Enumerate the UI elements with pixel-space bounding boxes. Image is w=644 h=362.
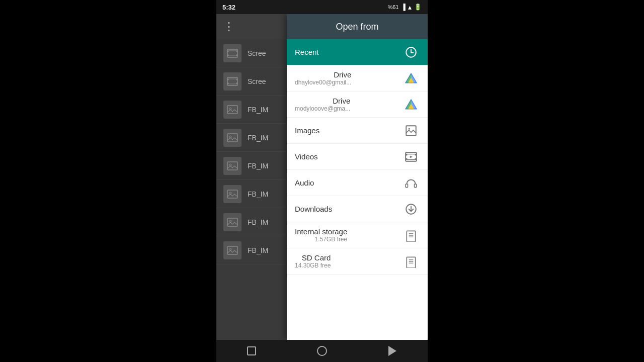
image-icon bbox=[223, 241, 242, 259]
menu-item-downloads[interactable]: Downloads bbox=[287, 196, 428, 222]
file-name: FB_IM bbox=[248, 246, 268, 254]
svg-rect-18 bbox=[227, 162, 237, 170]
svg-rect-0 bbox=[227, 49, 237, 57]
film-icon bbox=[223, 44, 242, 62]
svg-rect-55 bbox=[407, 257, 415, 268]
menu-item-drive2[interactable]: Drivemodylooove@gma... bbox=[287, 92, 428, 118]
menu-label: Videos bbox=[295, 152, 318, 161]
headphone-icon bbox=[403, 174, 420, 192]
menu-sublabel: dhaylove00@gmail... bbox=[295, 79, 351, 86]
status-bar: 5:32 %61 ▐ ▴ 🔋 bbox=[216, 0, 428, 14]
svg-rect-48 bbox=[415, 184, 417, 188]
menu-item-drive1[interactable]: Drivedhaylove00@gmail... bbox=[287, 65, 428, 92]
svg-rect-51 bbox=[407, 231, 415, 242]
menu-label: Drive bbox=[295, 97, 350, 105]
menu-item-text: SD Card14.30GB free bbox=[295, 253, 331, 269]
overlay-header: Open from bbox=[287, 14, 428, 39]
svg-rect-47 bbox=[406, 184, 408, 188]
svg-rect-7 bbox=[227, 77, 237, 85]
menu-item-text: Downloads bbox=[295, 205, 332, 213]
home-icon bbox=[317, 346, 327, 356]
svg-rect-14 bbox=[227, 106, 237, 114]
image-icon bbox=[223, 129, 242, 147]
recent-icon bbox=[388, 346, 396, 356]
file-name: Scree bbox=[248, 49, 266, 57]
file-name: FB_IM bbox=[248, 162, 268, 170]
vibrate-icon: 🔋 bbox=[414, 4, 422, 11]
status-time: 5:32 bbox=[222, 4, 235, 11]
overlay-title: Open from bbox=[336, 22, 378, 32]
three-dot-menu[interactable]: ⋮ bbox=[223, 20, 235, 33]
nav-recent-button[interactable] bbox=[381, 340, 404, 362]
menu-item-text: Audio bbox=[295, 178, 314, 187]
nav-back-button[interactable] bbox=[240, 340, 263, 362]
menu-item-videos[interactable]: Videos bbox=[287, 144, 428, 170]
menu-item-text: Videos bbox=[295, 152, 318, 161]
svg-point-38 bbox=[409, 128, 410, 129]
menu-item-text: Recent bbox=[295, 48, 319, 56]
file-name: FB_IM bbox=[248, 218, 268, 226]
svg-rect-24 bbox=[227, 246, 237, 254]
image-icon bbox=[223, 185, 242, 203]
menu-sublabel: 14.30GB free bbox=[295, 262, 331, 269]
signal-icon: ▐ bbox=[401, 4, 406, 11]
film-icon bbox=[403, 148, 420, 165]
menu-label: Internal storage bbox=[295, 227, 347, 236]
nav-bar bbox=[216, 340, 428, 362]
svg-rect-16 bbox=[227, 134, 237, 142]
menu-label: Drive bbox=[295, 70, 351, 79]
storage-icon bbox=[403, 227, 420, 244]
image-icon bbox=[223, 213, 242, 231]
menu-item-sdcard[interactable]: SD Card14.30GB free bbox=[287, 248, 428, 275]
drive-icon bbox=[403, 96, 420, 113]
menu-item-text: Drivedhaylove00@gmail... bbox=[295, 70, 351, 86]
svg-rect-37 bbox=[406, 126, 416, 136]
film-icon bbox=[223, 72, 242, 90]
file-name: FB_IM bbox=[248, 190, 268, 198]
file-name: Scree bbox=[248, 77, 266, 85]
menu-item-text: Internal storage1.57GB free bbox=[295, 227, 347, 243]
open-from-panel: Open from RecentDrivedhaylove00@gmail...… bbox=[287, 14, 428, 340]
download-icon bbox=[403, 201, 420, 218]
storage-icon bbox=[403, 253, 420, 270]
svg-rect-20 bbox=[227, 190, 237, 198]
menu-sublabel: modylooove@gma... bbox=[295, 105, 350, 112]
menu-item-recent[interactable]: Recent bbox=[287, 39, 428, 65]
phone-container: 5:32 %61 ▐ ▴ 🔋 ⋮ ScreeScreeFB_IMFB_IMFB_… bbox=[216, 0, 428, 362]
clock-icon bbox=[403, 44, 420, 61]
menu-label: SD Card bbox=[295, 253, 331, 262]
menu-list: RecentDrivedhaylove00@gmail...Drivemodyl… bbox=[287, 39, 428, 340]
nav-home-button[interactable] bbox=[311, 340, 333, 362]
drive-icon bbox=[403, 70, 420, 87]
svg-rect-22 bbox=[227, 218, 237, 226]
menu-sublabel: 1.57GB free bbox=[295, 236, 347, 243]
wifi-icon: ▴ bbox=[408, 3, 412, 11]
file-name: FB_IM bbox=[248, 134, 268, 142]
menu-label: Downloads bbox=[295, 205, 332, 213]
menu-item-text: Images bbox=[295, 126, 319, 135]
back-icon bbox=[247, 346, 256, 355]
menu-label: Images bbox=[295, 126, 319, 135]
menu-item-images[interactable]: Images bbox=[287, 118, 428, 144]
battery-label: %61 bbox=[387, 4, 398, 10]
file-name: FB_IM bbox=[248, 106, 268, 114]
menu-label: Audio bbox=[295, 178, 314, 187]
status-icons: %61 ▐ ▴ 🔋 bbox=[387, 3, 422, 11]
image-icon bbox=[223, 157, 242, 175]
image-icon bbox=[403, 122, 420, 139]
menu-label: Recent bbox=[295, 48, 319, 56]
menu-item-audio[interactable]: Audio bbox=[287, 170, 428, 196]
image-icon bbox=[223, 101, 242, 119]
menu-item-text: Drivemodylooove@gma... bbox=[295, 97, 350, 112]
menu-item-internal[interactable]: Internal storage1.57GB free bbox=[287, 222, 428, 248]
svg-marker-46 bbox=[410, 155, 413, 157]
